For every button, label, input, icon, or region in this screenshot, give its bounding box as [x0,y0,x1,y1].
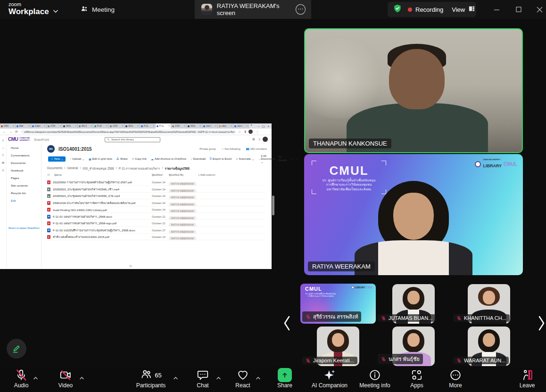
browser-tab[interactable]: W1-2× [78,123,93,129]
refresh-icon[interactable]: ⟳ [15,130,18,134]
follow-button[interactable]: ☆ Not following [222,147,240,150]
sidebar-item-notebook[interactable]: Notebook [7,166,41,174]
file-row[interactable]: W F-11-02 แบบบันทึกรายงานการประชุมทบทวนผ… [47,228,265,234]
browser-tab[interactable]: Join t× [202,123,218,129]
settings-gear-icon[interactable]: ⚙ [252,138,255,141]
browser-tab[interactable]: ISO1× [62,123,78,129]
list-icon[interactable]: ▤ [2,161,5,164]
circle-icon[interactable]: ◎ [2,168,4,172]
close-icon[interactable]: × [106,125,108,127]
video-tile-active-speaker[interactable]: THANAPUN KANKONSUE [304,28,523,153]
video-tile-small[interactable]: KHANITTHA CH... [451,284,527,324]
tab-options-icon[interactable]: ⋯ [296,4,306,15]
file-row[interactable]: ▶ 20250923_ประชุมผลงานฝ่ายบริหาร42568_บ่… [47,193,265,199]
bookmark-star-icon[interactable]: ☆ [238,130,241,134]
doc-icon[interactable]: 🗋 [2,154,5,156]
close-icon[interactable]: × [199,125,201,127]
sidebar-item-pages[interactable]: Pages [7,174,41,181]
breadcrumb-general[interactable]: General [67,166,78,171]
recording-label[interactable]: Recording [415,6,443,13]
participants-options-chevron[interactable] [173,373,178,382]
close-icon[interactable]: × [75,125,76,127]
chevron-down-icon[interactable] [53,7,58,15]
url-field[interactable]: i c365cmu.sharepoint.com/sites/ISO526/Sh… [21,130,235,134]
members-link[interactable]: 👥 182 members [246,147,267,150]
help-icon[interactable]: ? [258,138,260,141]
browser-tab[interactable]: 1724× [109,123,124,129]
new-button[interactable]: ＋ New ⌄ [48,156,66,162]
minimize-button[interactable] [487,0,506,19]
expand-icon[interactable]: ⤢ [296,157,298,161]
next-participants-button[interactable] [537,315,546,334]
previous-participants-button[interactable] [282,315,291,334]
close-icon[interactable]: × [215,125,216,127]
react-button[interactable]: React [229,367,256,392]
share-button[interactable]: 🖧Share [116,157,128,160]
participants-button[interactable]: 65 Participants [128,367,174,392]
grid-view-button[interactable]: ▦Edit in grid view [89,157,112,161]
browser-tab[interactable]: ISO1× [124,123,140,129]
react-options-chevron[interactable] [256,373,261,382]
browser-tab[interactable]: 1724× [47,123,62,129]
close-icon[interactable]: × [13,125,14,127]
browser-tab[interactable]: Join t× [233,123,249,129]
audio-options-chevron[interactable] [33,373,38,382]
file-row[interactable]: P คำสั่ง แต่งตั้งคณะทำงานISO14001-2015.p… [47,234,265,240]
column-modified[interactable]: Modified ⌄ [152,173,154,177]
view-layout-icon[interactable] [468,5,475,14]
share-scrollbar-thumb[interactable] [272,196,274,215]
forward-icon[interactable]: → [9,130,12,133]
ai-companion-button[interactable]: AI Companion [306,367,353,392]
new-tab-button[interactable]: + [249,123,254,129]
file-row[interactable]: P Audit Finding ISO-14001-CMU Library.pd… [47,207,265,213]
annotate-button[interactable] [7,339,26,359]
video-options-chevron[interactable] [79,373,84,382]
details-button[interactable]: 🗔 Details [279,156,287,162]
add-column-button[interactable]: + Add column [198,173,215,176]
close-icon[interactable]: × [59,125,61,127]
close-icon[interactable]: × [184,125,185,127]
video-tile-small[interactable]: Jiraporn Keerati... [300,326,376,366]
browser-tab[interactable]: ISO1× [187,123,202,129]
sidebar-item-home[interactable]: Home [7,144,41,151]
browser-tab-active[interactable]: P-11× [156,123,171,129]
close-icon[interactable]: × [168,125,170,127]
file-row[interactable]: ▶ 20250923_ประชุมผลงานฝ่ายบริหาร42568_เช… [47,187,265,193]
browser-tab[interactable]: P-10× [93,123,109,129]
library-search-input[interactable]: Search this library [105,137,160,142]
chat-button[interactable]: Chat [189,367,217,392]
filter-icon[interactable]: ▽ [290,157,293,161]
file-row[interactable]: W F-11-01 แผนการทบทวนฝ่ายบริหาร_2568.doc… [47,214,265,220]
browser-window-controls[interactable]: –▢× [257,123,272,129]
sidebar-item-site-contents[interactable]: Site contents [7,181,41,189]
chat-options-chevron[interactable] [216,373,221,382]
browser-tab[interactable]: CMU× [0,123,16,129]
browser-tab[interactable]: Mail× [16,123,31,129]
column-name[interactable]: Name ⌄ [54,173,57,177]
more-button[interactable]: More [442,367,469,392]
close-button[interactable] [530,0,546,19]
onedrive-shortcut-button[interactable]: ☁Add shortcut to OneDrive [151,157,186,161]
video-button[interactable]: Video [51,367,80,392]
file-row[interactable]: P 25661018-ประกาศนโยบายการจัดการสิ่งแวดล… [47,200,265,206]
close-icon[interactable]: × [91,125,92,127]
view-selector[interactable]: ≡ All Documents ⌄ [261,155,275,163]
return-classic-link[interactable]: Return to classic SharePoint [8,227,39,229]
file-row[interactable]: P F-11-01 แผนการทบทวนฝ่ายบริหาร_2568-sig… [47,220,265,227]
apps-button[interactable]: Apps [404,367,430,392]
breadcrumb-folder[interactable]: P-11-การทบทวนของฝ่ายบริหาร [119,166,160,171]
close-icon[interactable]: × [231,125,232,127]
browser-tab[interactable]: educ× [218,123,233,129]
view-button[interactable]: View [452,6,465,13]
home-icon[interactable]: ⌂ [2,147,4,149]
app-launcher-icon[interactable]: ⠿ [2,139,4,142]
sidebar-item-edit[interactable]: Edit [7,196,41,204]
video-tile-small[interactable]: JUTAMAS BUAN... [376,284,451,324]
upload-button[interactable]: ↑Upload ⌄ [70,157,84,161]
audio-button[interactable]: Audio [7,367,36,392]
column-modified-by[interactable]: Modified By ⌄ [169,173,171,177]
leave-button[interactable]: Leave [514,367,540,392]
share-screen-button[interactable]: Share [271,367,299,392]
breadcrumb-documents[interactable]: Documents [47,166,62,171]
breadcrumb-folder[interactable]: 000_สำนักหอสมุด 2568 [83,166,114,171]
